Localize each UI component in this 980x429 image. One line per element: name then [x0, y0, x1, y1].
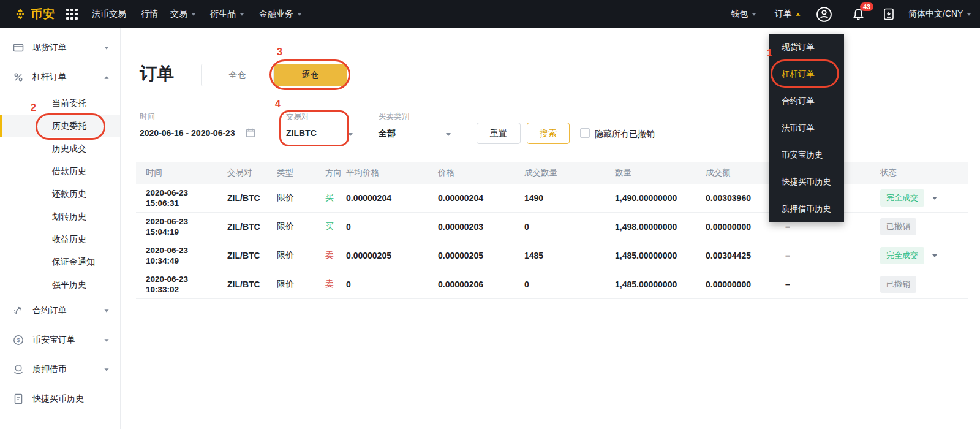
binance-diamond-icon [13, 7, 27, 21]
header-pair: 交易对 [227, 167, 252, 178]
chevron-down-icon [104, 368, 108, 371]
orders-menu-item-fiat[interactable]: 法币订单 [769, 115, 844, 142]
chevron-down-icon [446, 133, 451, 136]
cell-avg_price: 0 [346, 222, 351, 232]
orders-menu-item-futures[interactable]: 合约订单 [769, 88, 844, 115]
sidebar-item-trade-history[interactable]: 历史成交 [0, 137, 120, 160]
date-filter-label: 时间 [140, 112, 155, 122]
cell-avg_price: 0 [346, 279, 351, 289]
isolated-margin-tab[interactable]: 逐仓 [274, 64, 347, 86]
header-type: 类型 [277, 167, 293, 178]
nav-item-derivatives[interactable]: 衍生品 [210, 0, 244, 28]
sidebar-item-interest-history[interactable]: 收益历史 [0, 228, 120, 251]
page-title: 订单 [140, 62, 174, 85]
hide-canceled-checkbox[interactable] [580, 128, 590, 138]
search-button[interactable]: 搜索 [527, 123, 570, 144]
sidebar-item-quick-buy-history[interactable]: 快捷买币历史 [0, 384, 120, 414]
top-navbar: 币安 法币交易 行情 交易 衍生品 金融业务 钱包 订单 简体中文/CNY [0, 0, 980, 28]
cell-type: 限价 [277, 279, 294, 290]
chevron-down-icon [104, 339, 108, 342]
cell-qty: 1,485.00000000 [615, 251, 677, 260]
notification-count-badge: 43 [860, 2, 873, 11]
nav-item-wallet[interactable]: 钱包 [731, 0, 756, 28]
apps-grid-icon[interactable] [66, 0, 78, 28]
app-download-icon[interactable] [883, 0, 895, 28]
header-qty: 数量 [615, 167, 631, 178]
orders-menu-item-loan-history[interactable]: 质押借币历史 [769, 196, 844, 222]
header-dt: 时间 [146, 167, 162, 178]
cell-side: 买 [325, 221, 334, 232]
document-icon [12, 393, 24, 405]
cell-avg_price: 0.00000205 [346, 251, 391, 260]
header-total: 成交额 [706, 167, 731, 178]
date-range-input[interactable]: 2020-06-16 - 2020-06-23 [140, 128, 235, 138]
chevron-up-icon [796, 13, 800, 16]
language-currency-selector[interactable]: 简体中文/CNY [908, 0, 971, 28]
table-row: 2020-06-2310:34:49ZIL/BTC限价卖0.000002050.… [136, 241, 968, 270]
hide-canceled-label: 隐藏所有已撤销 [595, 129, 655, 140]
nav-item-finance[interactable]: 金融业务 [259, 0, 302, 28]
cell-total: 0.00000000 [706, 222, 751, 232]
chevron-down-icon [752, 13, 756, 16]
cell-pair: ZIL/BTC [227, 279, 260, 289]
brand-text: 币安 [31, 6, 55, 22]
nav-item-fiat[interactable]: 法币交易 [92, 0, 126, 28]
calendar-icon[interactable] [245, 127, 256, 140]
orders-dropdown-menu: 现货订单 杠杆订单 合约订单 法币订单 币安宝历史 快捷买币历史 质押借币历史 [769, 34, 844, 222]
expand-row-icon[interactable] [932, 254, 937, 257]
dollar-circle-icon: $ [12, 334, 24, 346]
cell-trigger: – [785, 251, 790, 260]
expand-row-icon[interactable] [932, 197, 937, 200]
sidebar-item-crypto-loans[interactable]: 质押借币 [0, 355, 120, 384]
cell-type: 限价 [277, 192, 294, 203]
nav-item-markets[interactable]: 行情 [141, 0, 158, 28]
sidebar-item-margin-orders[interactable]: 杠杆订单 [0, 63, 120, 92]
cell-total: 0.00000000 [706, 279, 751, 289]
sidebar-item-open-orders[interactable]: 当前委托 [0, 92, 120, 115]
sidebar-item-margin-call[interactable]: 保证金通知 [0, 251, 120, 273]
header-avg_price: 平均价格 [346, 167, 379, 178]
sidebar-item-repay-history[interactable]: 还款历史 [0, 183, 120, 205]
chevron-down-icon [967, 13, 971, 16]
sidebar-item-futures-orders[interactable]: 合约订单 [0, 296, 120, 325]
orders-menu-item-savings-history[interactable]: 币安宝历史 [769, 142, 844, 169]
sidebar-item-savings-orders[interactable]: $ 币安宝订单 [0, 325, 120, 355]
status-badge: 已撤销 [880, 276, 916, 293]
orders-menu-item-spot[interactable]: 现货订单 [769, 34, 844, 61]
pair-select[interactable]: ZILBTC [286, 128, 317, 138]
chevron-down-icon [348, 133, 353, 136]
cross-margin-tab[interactable]: 全仓 [201, 64, 274, 86]
cell-status: 完全成交 [880, 247, 924, 264]
svg-text:$: $ [17, 336, 20, 343]
nav-item-orders[interactable]: 订单 [775, 0, 801, 28]
cell-pair: ZIL/BTC [227, 193, 260, 203]
nav-item-trade[interactable]: 交易 [170, 0, 196, 28]
main-content: 订单 全仓 逐仓 时间 交易对 买卖类别 2020-06-16 - 2020-0… [121, 28, 980, 429]
sidebar-item-spot-orders[interactable]: 现货订单 [0, 33, 120, 63]
cell-qty: 1,490.00000000 [615, 193, 677, 203]
cell-total: 0.00303960 [706, 193, 751, 203]
sidebar-item-transfer-history[interactable]: 划转历史 [0, 205, 120, 228]
status-badge: 完全成交 [880, 247, 924, 264]
header-price: 价格 [438, 167, 454, 178]
header-filled_qty: 成交数量 [524, 167, 557, 178]
cell-price: 0.00000206 [438, 279, 483, 289]
reset-button[interactable]: 重置 [477, 123, 521, 144]
cell-filled_qty: 0 [524, 222, 529, 232]
user-icon[interactable] [816, 0, 832, 28]
status-badge: 已撤销 [880, 218, 916, 235]
orders-menu-item-margin[interactable]: 杠杆订单 [769, 61, 844, 88]
orders-menu-item-quick-buy-history[interactable]: 快捷买币历史 [769, 169, 844, 196]
sidebar-item-liquidation-history[interactable]: 强平历史 [0, 273, 120, 296]
cell-side: 卖 [325, 279, 334, 290]
header-side: 方向 [325, 167, 342, 178]
side-select[interactable]: 全部 [379, 128, 396, 139]
sidebar-item-borrow-history[interactable]: 借款历史 [0, 160, 120, 183]
cell-type: 限价 [277, 221, 294, 232]
binance-logo[interactable]: 币安 [13, 0, 55, 28]
cell-pair: ZIL/BTC [227, 222, 260, 232]
pair-filter-label: 交易对 [286, 112, 309, 122]
chevron-down-icon [104, 309, 108, 313]
sidebar-item-order-history[interactable]: 历史委托 [0, 115, 120, 137]
cell-filled_qty: 0 [524, 279, 529, 289]
